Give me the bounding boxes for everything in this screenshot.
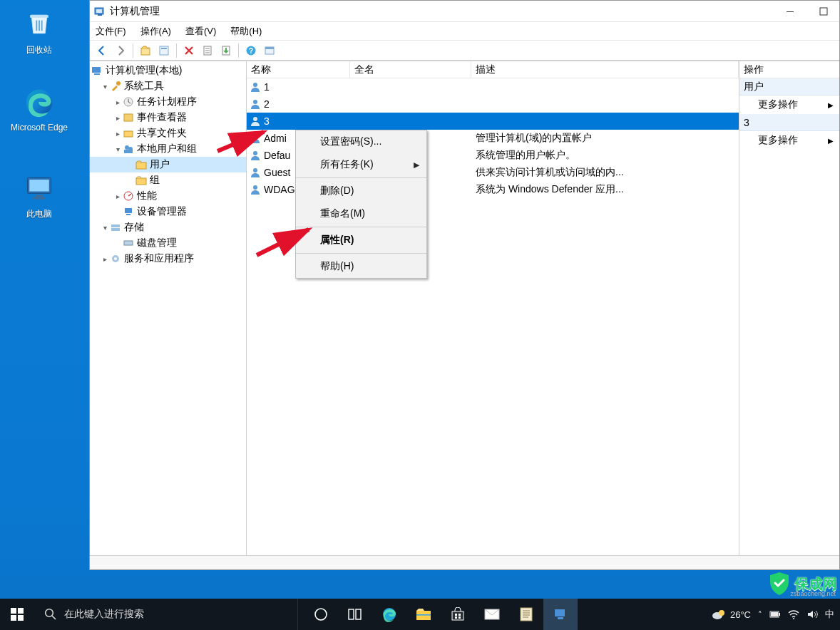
actions-more-2[interactable]: 更多操作▶ [739, 131, 839, 150]
task-mail[interactable] [475, 599, 509, 630]
tree-task-scheduler[interactable]: ▸任务计划程序 [90, 94, 246, 110]
export-button[interactable] [218, 43, 234, 58]
user-icon [250, 167, 261, 178]
actions-more-1[interactable]: 更多操作▶ [739, 95, 839, 114]
folder-icon [135, 175, 147, 186]
ctx-set-password[interactable]: 设置密码(S)... [296, 130, 426, 153]
svg-rect-24 [124, 131, 133, 137]
svg-rect-48 [18, 608, 24, 614]
tree-shared-folders[interactable]: ▸共享文件夹 [90, 125, 246, 141]
tray-volume-icon[interactable] [806, 609, 818, 619]
actions-label: 更多操作 [758, 98, 798, 111]
svg-rect-6 [96, 9, 102, 13]
task-edge[interactable] [372, 599, 406, 630]
nav-tree[interactable]: 计算机管理(本地) ▾系统工具 ▸任务计划程序 ▸事件查看器 ▸共享文件夹 ▾本… [90, 61, 247, 555]
services-icon [110, 253, 121, 264]
back-button[interactable] [94, 43, 110, 58]
user-icon [250, 184, 261, 195]
desktop-icon-edge[interactable]: Microsoft Edge [7, 86, 71, 133]
window-title: 计算机管理 [110, 5, 160, 18]
svg-rect-9 [820, 8, 827, 15]
view-button[interactable] [262, 43, 277, 58]
user-row[interactable]: 1 [247, 78, 739, 95]
user-icon [250, 150, 261, 161]
menu-view[interactable]: 查看(V) [185, 25, 216, 38]
tree-local-users-groups[interactable]: ▾本地用户和组 [90, 141, 246, 157]
wrench-icon [110, 81, 121, 92]
task-explorer[interactable] [406, 599, 441, 630]
maximize-button[interactable] [807, 1, 839, 21]
desktop-icon-this-pc[interactable]: 此电脑 [7, 171, 71, 220]
ctx-properties[interactable]: 属性(R) [296, 229, 426, 252]
status-bar [90, 555, 839, 569]
search-placeholder: 在此键入进行搜索 [64, 608, 144, 621]
svg-rect-55 [356, 609, 361, 619]
chevron-down-icon: ▾ [100, 83, 110, 91]
tree-groups[interactable]: 组 [90, 172, 246, 188]
weather-icon [712, 609, 726, 620]
tree-system-tools[interactable]: ▾系统工具 [90, 78, 246, 94]
forward-button[interactable] [113, 43, 128, 58]
column-name[interactable]: 名称 [247, 61, 350, 78]
task-view[interactable] [338, 599, 372, 630]
tree-label: 磁盘管理 [137, 237, 177, 249]
tree-performance[interactable]: ▸性能 [90, 188, 246, 204]
start-button[interactable] [0, 599, 34, 630]
minimize-button[interactable] [774, 1, 806, 21]
cell-name: 1 [264, 81, 270, 93]
svg-rect-72 [771, 612, 778, 616]
taskbar-search[interactable]: 在此键入进行搜索 [34, 599, 298, 630]
users-icon [123, 143, 134, 155]
task-compmgmt[interactable] [543, 599, 578, 630]
ctx-help[interactable]: 帮助(H) [296, 255, 426, 278]
delete-button[interactable] [181, 43, 197, 58]
app-icon [94, 6, 106, 17]
ctx-all-tasks[interactable]: 所有任务(K)▶ [296, 153, 426, 176]
svg-rect-54 [349, 609, 354, 619]
menu-action[interactable]: 操作(A) [140, 25, 171, 38]
tree-users[interactable]: 用户 [90, 157, 246, 172]
tree-root[interactable]: 计算机管理(本地) [90, 63, 246, 78]
svg-rect-66 [555, 609, 565, 616]
properties-button[interactable] [156, 43, 172, 58]
actions-pane: 操作 用户 更多操作▶ 3 更多操作▶ [739, 61, 839, 555]
refresh-button[interactable] [200, 43, 215, 58]
tree-services-apps[interactable]: ▸服务和应用程序 [90, 251, 246, 267]
menu-help[interactable]: 帮助(H) [230, 25, 262, 38]
cell-name: 3 [264, 115, 270, 127]
svg-rect-60 [455, 614, 457, 616]
column-headers[interactable]: 名称 全名 描述 [247, 61, 739, 78]
task-cortana[interactable] [304, 599, 338, 630]
tray-weather[interactable]: 26°C [712, 609, 751, 620]
tray-ime[interactable]: 中 [825, 608, 834, 621]
gauge-icon [123, 190, 134, 202]
tree-event-viewer[interactable]: ▸事件查看器 [90, 110, 246, 125]
user-row[interactable]: 2 [247, 95, 739, 113]
ctx-separator [296, 253, 426, 254]
ctx-rename[interactable]: 重命名(M) [296, 202, 426, 225]
desktop-icon-label: 回收站 [26, 45, 52, 55]
help-button[interactable]: ? [243, 43, 259, 58]
folder-share-icon [123, 128, 134, 139]
menu-file[interactable]: 文件(F) [96, 25, 126, 38]
tray-chevron-up-icon[interactable]: ˄ [758, 610, 762, 619]
tree-device-manager[interactable]: 设备管理器 [90, 204, 246, 220]
column-fullname[interactable]: 全名 [350, 61, 471, 78]
column-description[interactable]: 描述 [471, 61, 739, 78]
up-button[interactable] [138, 43, 153, 58]
tray-wifi-icon[interactable] [788, 609, 799, 619]
task-notepad[interactable] [509, 599, 543, 630]
task-store[interactable] [441, 599, 475, 630]
tree-label: 存储 [124, 221, 144, 234]
tree-label: 任务计划程序 [137, 95, 197, 108]
desktop-icon-recycle-bin[interactable]: 回收站 [7, 7, 71, 56]
watermark-sub: zsbaocheng.net [790, 590, 836, 597]
svg-rect-61 [459, 614, 461, 616]
user-row-selected[interactable]: 3 [247, 113, 739, 130]
tree-storage[interactable]: ▾存储 [90, 220, 246, 235]
ctx-delete[interactable]: 删除(D) [296, 180, 426, 202]
tree-label: 事件查看器 [137, 111, 187, 124]
tree-disk-management[interactable]: 磁盘管理 [90, 235, 246, 251]
tray-battery-icon[interactable] [769, 609, 781, 619]
ctx-label: 帮助(H) [320, 260, 354, 273]
